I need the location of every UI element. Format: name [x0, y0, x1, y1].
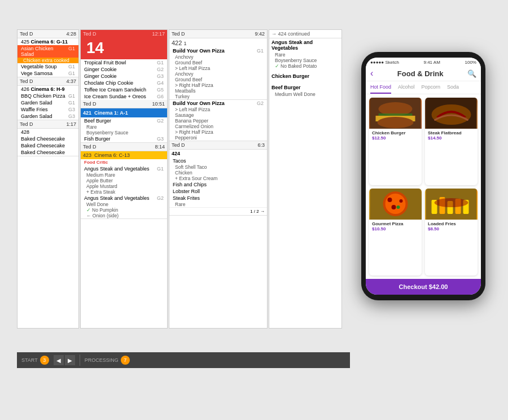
svg-point-13 — [397, 205, 400, 209]
item-name: Vegetable Soup — [21, 64, 57, 69]
lobster-roll-424: Lobster Roll — [169, 188, 267, 195]
garden-salad2-item: Garden Salad G3 — [17, 113, 78, 120]
order424-num: 424 — [169, 150, 267, 158]
food-card-loaded-fries[interactable]: Loaded Fries $8.50 — [425, 189, 478, 276]
checkout-button[interactable]: Checkout $42.00 — [366, 279, 481, 295]
cinema421-header: 421 Cinema 1: A-1 — [81, 108, 167, 117]
divider — [80, 355, 80, 366]
panel1-time3: 1:17 — [66, 121, 76, 127]
food-critic-text: Food Critic — [84, 160, 108, 165]
steak-frites-sub: Rare — [169, 202, 267, 207]
angus423-sub2: Apple Butter — [81, 178, 167, 183]
next-button[interactable]: ▶ — [65, 355, 75, 365]
prev-button[interactable]: ◀ — [54, 355, 64, 365]
tab-alcohol[interactable]: Alcohol — [398, 81, 415, 94]
steak-flatbread-price: $14.50 — [428, 135, 475, 141]
panel1-header: Ted D 4:28 — [17, 30, 78, 38]
angus423-sub1: Medium Rare — [81, 172, 167, 178]
svg-point-10 — [388, 198, 392, 202]
panel3-time: 9:42 — [255, 31, 265, 37]
item-name: Build Your Own Pizza — [173, 100, 225, 106]
chicken-burger-img — [369, 98, 422, 129]
order-428-block: Ted D 1:17 428 Baked Cheesecake Baked Ch… — [17, 120, 78, 156]
panel4-header: → 424 continued — [269, 30, 341, 38]
gourmet-pizza-img — [369, 189, 422, 220]
loaded-fries-info: Loaded Fries $8.50 — [425, 220, 478, 234]
kds-panel-1: Ted D 4:28 425 Cinema 6: G-11 Asian Chic… — [17, 29, 79, 329]
garden-salad-item: Garden Salad G1 — [17, 99, 78, 106]
item-name: Vege Samosa — [21, 71, 52, 76]
beef-burger-sub1: Rare — [81, 124, 167, 130]
right-half2: > Right Half Pizza — [169, 129, 267, 135]
item-name: Build Your Own Pizza — [173, 48, 225, 54]
panel2-red-header: Ted D 12:17 — [81, 30, 167, 38]
nav-buttons[interactable]: ◀ ▶ — [54, 355, 75, 365]
angus-cont-sub2: Boysenberry Sauce — [269, 58, 341, 63]
back-icon[interactable]: ‹ — [370, 68, 373, 78]
panel1-user2: Ted D — [20, 78, 33, 84]
item-name: BBQ Chicken Pizza — [21, 93, 65, 99]
item-grill: G2 — [257, 100, 264, 106]
left-half2: > Left Half Pizza — [169, 107, 267, 112]
status-bar: ●●●●● Sketch 9:41 AM 100% — [366, 58, 481, 66]
tab-popcorn[interactable]: Popcorn — [422, 81, 441, 94]
order-425-block: 425 Cinema 6: G-11 Asian Chicken Salad G… — [17, 38, 78, 77]
tab-soda[interactable]: Soda — [447, 81, 459, 94]
chicken-burger-cont: Chicken Burger — [269, 72, 341, 80]
search-icon[interactable]: 🔍 — [467, 69, 476, 78]
carmelized-onion: Carmelized Onion — [169, 124, 267, 129]
order-423-info: 423 Cinema 6: C-13 — [83, 152, 130, 158]
phone-screen: ●●●●● Sketch 9:41 AM 100% ‹ Food & Drink… — [366, 58, 481, 295]
svg-point-12 — [392, 205, 396, 209]
angus423-sub3: Apple Mustard — [81, 183, 167, 189]
item-grill: G1 — [68, 64, 75, 69]
tacos-424: Tacos — [169, 158, 267, 164]
item-name: Angus Steak and Vegetables — [271, 40, 339, 51]
item-name: Asian Chicken Salad — [21, 46, 66, 57]
page-num: 1 / 2 — [250, 209, 259, 214]
bottom-bar: START 3 ◀ ▶ PROCESSING 7 — [17, 352, 350, 368]
toffee-sandwich: Toffee Ice Cream Sandwich G5 — [81, 86, 167, 93]
chicken-burger-info: Chicken Burger $12.50 — [369, 129, 422, 143]
beef-burger-sub2: Boysenberry Sauce — [81, 130, 167, 135]
icecream-oreos: Ice Cream Sundae + Oreos G6 — [81, 93, 167, 100]
panel1-user3: Ted D — [20, 121, 33, 127]
byop-g2-header: Build Your Own Pizza G2 — [169, 100, 267, 107]
item-name: Waffle Fries — [21, 107, 48, 112]
turkey1: Turkey — [169, 94, 267, 99]
item-grill: G1 — [157, 166, 164, 172]
anchovy2: Anchovy — [169, 71, 267, 77]
item-name: Lobster Roll — [173, 189, 200, 194]
battery: 100% — [465, 60, 476, 65]
anchovy1: Anchovy — [169, 54, 267, 60]
tab-hot-food[interactable]: Hot Food — [370, 81, 391, 94]
angus423-sub7: ← Onion (side) — [81, 213, 167, 218]
ground-beef1: Ground Beef — [169, 60, 267, 65]
item-name: Ice Cream Sundae + Oreos — [84, 94, 146, 99]
continued-label: → 424 continued — [271, 31, 310, 37]
beef-burger-cont-sub: Medium Well Done — [269, 91, 341, 97]
gourmet-pizza-info: Gourmet Pizza $10.50 — [369, 220, 422, 234]
steak-flatbread-img — [425, 98, 478, 129]
loaded-fries-price: $8.50 — [428, 226, 475, 231]
item-name: Ginger Cookie — [84, 73, 117, 79]
food-card-gourmet-pizza[interactable]: Gourmet Pizza $10.50 — [369, 189, 422, 276]
panel2-user: Ted D — [83, 31, 97, 37]
item-name: Ginger Cookie — [84, 67, 117, 72]
phone-wrapper: ●●●●● Sketch 9:41 AM 100% ‹ Food & Drink… — [361, 52, 491, 379]
time424: 6:3 — [257, 142, 265, 148]
order-425-num: 425 Cinema 6: G-11 — [21, 39, 68, 45]
item-name: Beef Burger — [84, 118, 111, 124]
item-grill: G1 — [257, 48, 264, 54]
baked-cheesecake-2: Baked Cheesecake — [17, 142, 78, 149]
time423: 8:14 — [155, 144, 165, 150]
food-card-chicken-burger[interactable]: Chicken Burger $12.50 — [369, 98, 422, 185]
panel3-user: Ted D — [172, 31, 185, 37]
start-section: START 3 — [21, 356, 49, 365]
carrier: ●●●●● Sketch — [370, 60, 399, 65]
item-grill: G1 — [68, 100, 75, 106]
kds-panel-2: Ted D 12:17 14 Tropical Fruit Bowl G1 Gi… — [80, 29, 168, 329]
food-card-steak-flatbread[interactable]: Steak Flatbread $14.50 — [425, 98, 478, 185]
phone-outer: ●●●●● Sketch 9:41 AM 100% ‹ Food & Drink… — [361, 52, 485, 300]
chicken-burger-price: $12.50 — [372, 135, 419, 141]
